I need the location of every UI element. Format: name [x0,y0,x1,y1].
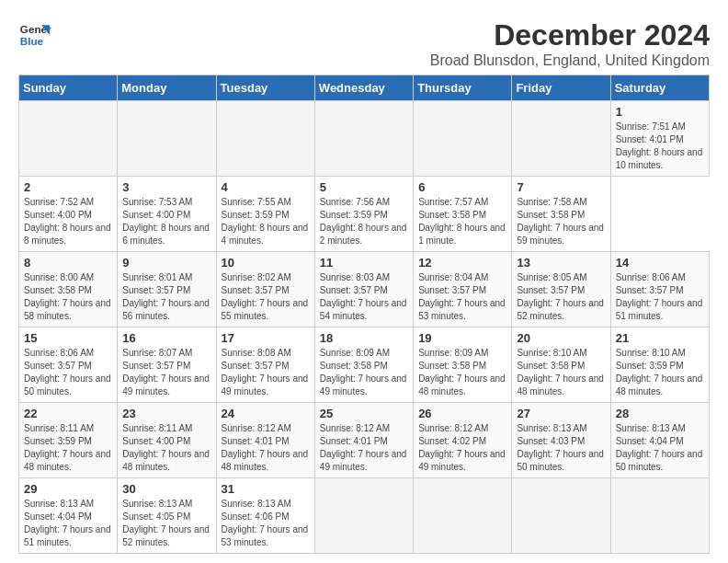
calendar-week-row: 29Sunrise: 8:13 AMSunset: 4:04 PMDayligh… [19,478,710,554]
day-number: 4 [222,180,310,194]
day-detail: Sunrise: 8:13 AMSunset: 4:06 PMDaylight:… [222,498,310,549]
day-detail: Sunrise: 8:13 AMSunset: 4:04 PMDaylight:… [616,422,704,474]
calendar-cell: 6Sunrise: 7:57 AMSunset: 3:58 PMDaylight… [414,177,512,252]
calendar-table: SundayMondayTuesdayWednesdayThursdayFrid… [18,75,710,554]
page-header: General Blue December 2024 Broad Blunsdo… [18,18,710,69]
day-detail: Sunrise: 8:02 AMSunset: 3:57 PMDaylight:… [222,271,310,323]
col-header-wednesday: Wednesday [314,75,413,101]
calendar-cell: 10Sunrise: 8:02 AMSunset: 3:57 PMDayligh… [216,252,314,327]
calendar-cell: 13Sunrise: 8:05 AMSunset: 3:57 PMDayligh… [512,252,610,327]
day-detail: Sunrise: 7:57 AMSunset: 3:58 PMDaylight:… [418,196,506,247]
day-detail: Sunrise: 8:06 AMSunset: 3:57 PMDaylight:… [24,347,112,398]
day-detail: Sunrise: 7:56 AMSunset: 3:59 PMDaylight:… [320,196,408,247]
calendar-cell: 7Sunrise: 7:58 AMSunset: 3:58 PMDaylight… [512,177,610,252]
calendar-cell: 30Sunrise: 8:13 AMSunset: 4:05 PMDayligh… [118,478,216,554]
calendar-cell: 28Sunrise: 8:13 AMSunset: 4:04 PMDayligh… [610,403,709,478]
calendar-header-row: SundayMondayTuesdayWednesdayThursdayFrid… [19,75,710,101]
calendar-cell [314,101,413,177]
day-number: 23 [122,407,210,420]
day-number: 1 [616,105,704,119]
day-number: 28 [616,407,704,420]
day-number: 11 [320,256,408,270]
calendar-cell [414,478,512,554]
day-number: 24 [222,407,310,420]
day-number: 13 [517,256,605,270]
calendar-cell: 25Sunrise: 8:12 AMSunset: 4:01 PMDayligh… [314,403,413,478]
svg-text:Blue: Blue [20,35,44,47]
col-header-friday: Friday [512,75,610,101]
day-detail: Sunrise: 8:11 AMSunset: 3:59 PMDaylight:… [24,422,112,474]
calendar-cell: 16Sunrise: 8:07 AMSunset: 3:57 PMDayligh… [118,327,216,403]
day-detail: Sunrise: 8:04 AMSunset: 3:57 PMDaylight:… [418,271,506,323]
day-detail: Sunrise: 8:13 AMSunset: 4:03 PMDaylight:… [517,422,605,474]
calendar-cell [216,101,314,177]
day-detail: Sunrise: 7:53 AMSunset: 4:00 PMDaylight:… [122,196,210,247]
day-detail: Sunrise: 8:10 AMSunset: 3:59 PMDaylight:… [616,347,704,398]
day-number: 29 [24,482,112,496]
day-number: 20 [517,331,605,345]
day-number: 3 [122,180,210,194]
title-area: December 2024 Broad Blunsdon, England, U… [430,18,710,69]
day-number: 31 [222,482,310,496]
day-detail: Sunrise: 8:10 AMSunset: 3:58 PMDaylight:… [517,347,605,398]
day-number: 6 [418,180,506,194]
calendar-cell: 21Sunrise: 8:10 AMSunset: 3:59 PMDayligh… [610,327,709,403]
logo-icon: General Blue [18,18,51,52]
day-number: 14 [616,256,704,270]
day-detail: Sunrise: 7:58 AMSunset: 3:58 PMDaylight:… [517,196,605,247]
calendar-week-row: 1Sunrise: 7:51 AMSunset: 4:01 PMDaylight… [19,101,710,177]
logo: General Blue [18,18,51,52]
calendar-cell: 2Sunrise: 7:52 AMSunset: 4:00 PMDaylight… [19,177,118,252]
day-number: 17 [222,331,310,345]
col-header-sunday: Sunday [19,75,118,101]
day-detail: Sunrise: 8:12 AMSunset: 4:01 PMDaylight:… [222,422,310,474]
calendar-cell [314,478,413,554]
day-number: 12 [418,256,506,270]
calendar-cell [19,101,118,177]
col-header-monday: Monday [118,75,216,101]
day-number: 8 [24,256,112,270]
day-detail: Sunrise: 8:09 AMSunset: 3:58 PMDaylight:… [320,347,408,398]
day-detail: Sunrise: 8:05 AMSunset: 3:57 PMDaylight:… [517,271,605,323]
day-detail: Sunrise: 8:13 AMSunset: 4:04 PMDaylight:… [24,498,112,549]
day-number: 5 [320,180,408,194]
calendar-week-row: 2Sunrise: 7:52 AMSunset: 4:00 PMDaylight… [19,177,710,252]
day-detail: Sunrise: 8:12 AMSunset: 4:02 PMDaylight:… [418,422,506,474]
calendar-week-row: 15Sunrise: 8:06 AMSunset: 3:57 PMDayligh… [19,327,710,403]
calendar-cell: 26Sunrise: 8:12 AMSunset: 4:02 PMDayligh… [414,403,512,478]
calendar-cell: 22Sunrise: 8:11 AMSunset: 3:59 PMDayligh… [19,403,118,478]
calendar-cell [414,101,512,177]
calendar-body: 1Sunrise: 7:51 AMSunset: 4:01 PMDaylight… [19,101,710,554]
calendar-cell: 20Sunrise: 8:10 AMSunset: 3:58 PMDayligh… [512,327,610,403]
day-number: 10 [222,256,310,270]
calendar-cell: 12Sunrise: 8:04 AMSunset: 3:57 PMDayligh… [414,252,512,327]
day-detail: Sunrise: 7:51 AMSunset: 4:01 PMDaylight:… [616,121,704,172]
calendar-cell: 8Sunrise: 8:00 AMSunset: 3:58 PMDaylight… [19,252,118,327]
day-number: 25 [320,407,408,420]
col-header-tuesday: Tuesday [216,75,314,101]
calendar-cell: 24Sunrise: 8:12 AMSunset: 4:01 PMDayligh… [216,403,314,478]
day-detail: Sunrise: 8:00 AMSunset: 3:58 PMDaylight:… [24,271,112,323]
day-detail: Sunrise: 8:01 AMSunset: 3:57 PMDaylight:… [122,271,210,323]
day-number: 18 [320,331,408,345]
day-detail: Sunrise: 8:03 AMSunset: 3:57 PMDaylight:… [320,271,408,323]
calendar-cell [512,101,610,177]
calendar-cell [118,101,216,177]
calendar-cell: 9Sunrise: 8:01 AMSunset: 3:57 PMDaylight… [118,252,216,327]
calendar-cell: 14Sunrise: 8:06 AMSunset: 3:57 PMDayligh… [610,252,709,327]
day-number: 19 [418,331,506,345]
day-detail: Sunrise: 8:08 AMSunset: 3:57 PMDaylight:… [222,347,310,398]
day-detail: Sunrise: 8:13 AMSunset: 4:05 PMDaylight:… [122,498,210,549]
calendar-cell: 27Sunrise: 8:13 AMSunset: 4:03 PMDayligh… [512,403,610,478]
day-detail: Sunrise: 8:11 AMSunset: 4:00 PMDaylight:… [122,422,210,474]
calendar-cell: 11Sunrise: 8:03 AMSunset: 3:57 PMDayligh… [314,252,413,327]
day-detail: Sunrise: 7:55 AMSunset: 3:59 PMDaylight:… [222,196,310,247]
day-detail: Sunrise: 8:06 AMSunset: 3:57 PMDaylight:… [616,271,704,323]
day-detail: Sunrise: 8:07 AMSunset: 3:57 PMDaylight:… [122,347,210,398]
day-number: 21 [616,331,704,345]
calendar-cell: 19Sunrise: 8:09 AMSunset: 3:58 PMDayligh… [414,327,512,403]
calendar-cell: 3Sunrise: 7:53 AMSunset: 4:00 PMDaylight… [118,177,216,252]
calendar-cell [512,478,610,554]
day-detail: Sunrise: 7:52 AMSunset: 4:00 PMDaylight:… [24,196,112,247]
day-number: 9 [122,256,210,270]
